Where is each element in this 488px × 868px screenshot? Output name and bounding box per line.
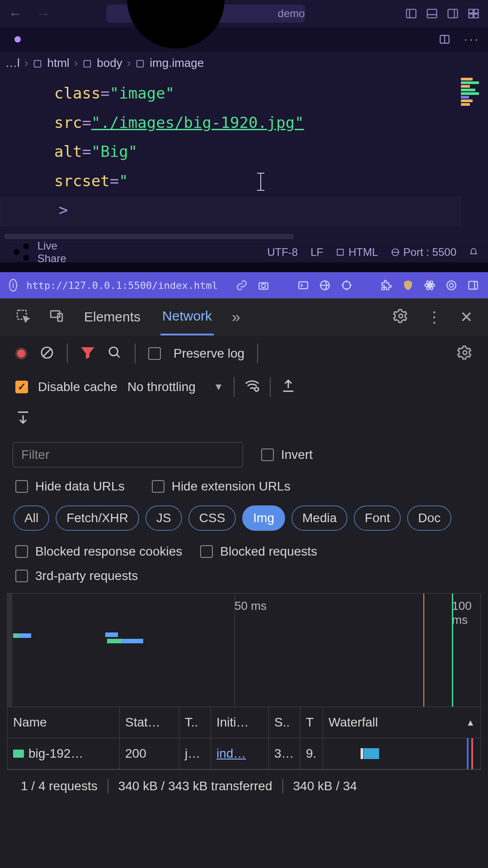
svg-point-19 [23, 255, 29, 261]
live-share-icon[interactable] [10, 241, 33, 264]
svg-rect-6 [448, 9, 457, 18]
terminal-icon[interactable] [297, 279, 309, 291]
pill-doc[interactable]: Doc [407, 505, 451, 531]
tab-network[interactable]: Network [160, 298, 214, 335]
crumb-body[interactable]: body [97, 56, 122, 70]
split-divider[interactable] [0, 262, 488, 272]
split-editor-icon[interactable] [439, 33, 450, 45]
hide-data-urls-label: Hide data URLs [35, 479, 125, 494]
blocked-requests-checkbox[interactable] [200, 545, 213, 558]
cell-initiator[interactable]: ind… [216, 746, 246, 761]
svg-point-28 [343, 281, 350, 289]
page-url[interactable]: http://127.0.0.1:5500/index.html [26, 280, 218, 291]
live-share-label[interactable]: Live Share [38, 240, 66, 265]
svg-rect-9 [474, 9, 478, 13]
record-icon[interactable] [446, 279, 457, 291]
network-settings-icon[interactable] [457, 354, 473, 362]
horizontal-scrollbar[interactable] [0, 232, 488, 241]
pill-img[interactable]: Img [242, 505, 285, 531]
sort-asc-icon: ▲ [466, 717, 475, 728]
device-icon[interactable] [49, 308, 64, 326]
tab-elements[interactable]: Elements [82, 299, 142, 335]
globe-icon[interactable] [319, 279, 331, 291]
pill-all[interactable]: All [14, 505, 49, 531]
status-lang[interactable]: HTML [336, 246, 378, 259]
link-icon[interactable] [236, 279, 248, 291]
blocked-cookies-label: Blocked response cookies [35, 544, 182, 559]
crumb-root[interactable]: …l [5, 56, 20, 70]
disable-cache-checkbox[interactable] [15, 381, 28, 393]
pill-css[interactable]: CSS [188, 505, 236, 531]
col-waterfall[interactable]: Waterfall▲ [323, 707, 480, 738]
pill-js[interactable]: JS [145, 505, 182, 531]
panel-right-icon[interactable] [446, 7, 459, 20]
col-initiator[interactable]: Initi… [211, 707, 269, 738]
hide-ext-urls-checkbox[interactable] [152, 480, 164, 493]
resource-type-pills: All Fetch/XHR JS CSS Img Media Font Doc [0, 502, 488, 541]
panel-left-icon[interactable] [405, 7, 418, 20]
third-party-checkbox[interactable] [15, 570, 28, 582]
preserve-log-checkbox[interactable] [148, 347, 161, 360]
col-name[interactable]: Name [8, 707, 120, 738]
panel-bottom-icon[interactable] [426, 7, 438, 20]
inspect-icon[interactable] [15, 308, 31, 326]
attr-class: class [54, 84, 100, 102]
timeline-left-handle[interactable] [8, 594, 12, 707]
code-editor[interactable]: class="image" src="./images/big-1920.jpg… [0, 74, 488, 232]
pill-media[interactable]: Media [291, 505, 347, 531]
timeline-load-line [423, 594, 424, 707]
status-encoding[interactable]: UTF-8 [267, 246, 298, 259]
col-size[interactable]: S.. [269, 707, 300, 738]
nav-back-icon[interactable]: ← [8, 5, 23, 22]
pill-fetch[interactable]: Fetch/XHR [56, 505, 139, 531]
col-time[interactable]: T [300, 707, 323, 738]
filter-input[interactable] [13, 442, 243, 467]
search-icon[interactable] [108, 345, 122, 362]
devtools-tabs: Elements Network » ⋮ ✕ [0, 298, 488, 335]
panel-grid-icon[interactable] [467, 7, 480, 20]
current-line-highlight [0, 197, 461, 226]
blocked-cookies-checkbox[interactable] [15, 545, 28, 558]
crumb-html[interactable]: html [47, 56, 69, 70]
svg-rect-8 [469, 9, 473, 13]
svg-point-17 [14, 249, 19, 255]
network-conditions-icon[interactable] [244, 378, 260, 396]
shield-icon[interactable] [402, 279, 414, 291]
filter-icon[interactable] [80, 345, 95, 362]
table-row[interactable]: big-192… 200 j… ind… 3… 9. [8, 738, 480, 769]
minimap[interactable] [459, 77, 484, 136]
status-eol[interactable]: LF [310, 246, 323, 259]
dock-icon[interactable] [467, 279, 479, 291]
invert-label: Invert [281, 448, 313, 462]
camera-icon[interactable] [258, 279, 269, 291]
command-search[interactable]: demo [106, 5, 305, 23]
network-timeline[interactable]: 50 ms 100 ms [7, 593, 481, 707]
col-type[interactable]: T.. [179, 707, 211, 738]
settings-icon[interactable] [393, 308, 408, 326]
invert-checkbox[interactable] [261, 448, 274, 461]
kebab-menu-icon[interactable]: ⋮ [427, 308, 442, 326]
pill-font[interactable]: Font [354, 505, 401, 531]
status-port[interactable]: Port : 5500 [391, 246, 456, 259]
col-status[interactable]: Stat… [120, 707, 179, 738]
bell-icon[interactable] [469, 248, 478, 257]
more-tabs-icon[interactable]: » [232, 308, 240, 326]
more-actions-icon[interactable]: ··· [464, 32, 480, 47]
close-icon[interactable]: ✕ [460, 308, 473, 326]
throttling-select[interactable]: No throttling▼ [127, 380, 224, 394]
svg-rect-39 [469, 281, 478, 289]
clear-icon[interactable] [40, 345, 54, 362]
info-icon[interactable]: i [9, 279, 17, 292]
svg-line-20 [19, 248, 23, 251]
export-har-icon[interactable] [15, 419, 31, 426]
target-icon[interactable] [341, 279, 352, 291]
record-button[interactable] [15, 348, 27, 359]
crumb-img[interactable]: img.image [150, 56, 204, 70]
import-har-icon[interactable] [281, 378, 296, 396]
summary-requests: 1 / 4 requests [21, 779, 108, 793]
svg-rect-2 [406, 9, 416, 18]
nav-forward-icon[interactable]: → [36, 5, 51, 22]
extension-icon[interactable] [380, 279, 392, 291]
react-icon[interactable] [424, 279, 436, 291]
hide-data-urls-checkbox[interactable] [15, 480, 28, 493]
